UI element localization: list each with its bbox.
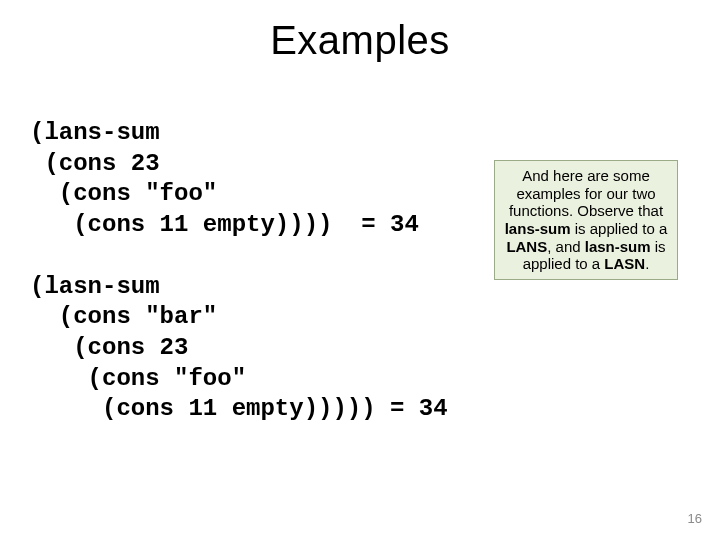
callout-text: And here are some examples for our two f… xyxy=(509,167,663,219)
code-block: (lans-sum (cons 23 (cons "foo" (cons 11 … xyxy=(30,118,448,425)
callout-text: . xyxy=(645,255,649,272)
callout-bold: lasn-sum xyxy=(585,238,651,255)
page-number: 16 xyxy=(688,511,702,526)
callout-text: is applied to a xyxy=(571,220,668,237)
slide: Examples (lans-sum (cons 23 (cons "foo" … xyxy=(0,0,720,540)
callout-bold: LANS xyxy=(506,238,547,255)
callout-bold: lans-sum xyxy=(505,220,571,237)
callout-bold: LASN xyxy=(604,255,645,272)
slide-title: Examples xyxy=(0,0,720,63)
callout-text: , and xyxy=(547,238,585,255)
callout-box: And here are some examples for our two f… xyxy=(494,160,678,280)
